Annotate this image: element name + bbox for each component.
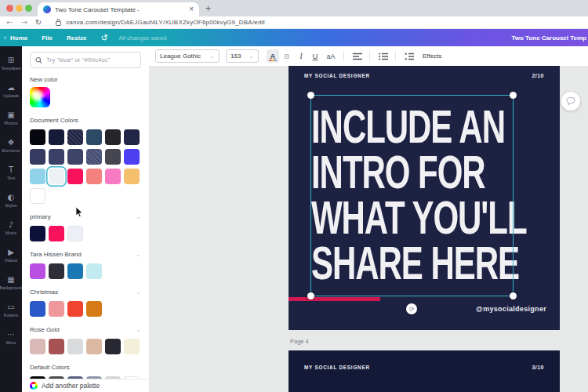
accent-line-element[interactable] — [289, 297, 380, 301]
section-chevron-icon[interactable]: ⌄ — [136, 214, 141, 220]
selection-handle-top-left[interactable] — [307, 92, 314, 99]
section-chevron-icon[interactable]: ⌄ — [136, 252, 141, 258]
color-swatch[interactable] — [30, 188, 45, 204]
new-tab-button[interactable]: + — [205, 3, 211, 14]
sidebar-item-templates[interactable]: ⊞ Templates — [0, 49, 22, 77]
slide-counter[interactable]: 2/10 — [532, 73, 544, 78]
color-swatch[interactable] — [86, 129, 102, 145]
color-swatch[interactable] — [86, 339, 102, 354]
document-title[interactable]: Two Tone Carousel Temp — [511, 34, 586, 42]
browser-tab[interactable]: Two Tone Carousel Template - × — [38, 2, 199, 16]
color-swatch[interactable] — [49, 129, 64, 145]
color-swatch[interactable] — [105, 169, 121, 184]
color-search-input[interactable] — [46, 56, 136, 64]
color-swatch[interactable] — [67, 169, 83, 184]
color-swatch[interactable] — [124, 149, 140, 165]
sidebar-item-text[interactable]: T Text — [0, 159, 22, 187]
selection-handle-bottom-left[interactable] — [307, 292, 314, 299]
brand-text[interactable]: MY SOCIAL DESIGNER — [304, 365, 370, 370]
section-chevron-icon[interactable]: ⌄ — [136, 289, 141, 296]
social-handle-text[interactable]: @mysocialdesigner — [476, 305, 546, 313]
color-swatch[interactable] — [30, 129, 45, 145]
color-swatch[interactable] — [30, 149, 45, 165]
sidebar-item-more[interactable]: ⋯ More — [0, 324, 22, 351]
close-window-button[interactable] — [6, 5, 13, 12]
color-swatch[interactable] — [124, 169, 140, 184]
refresh-icon[interactable]: ↻ — [35, 19, 42, 27]
palette-section: Document Colors — [30, 117, 141, 204]
add-palette-row[interactable]: Add another palette — [22, 379, 149, 392]
zoom-window-button[interactable] — [25, 5, 32, 12]
save-status-text: All changes saved — [119, 34, 167, 42]
url-text[interactable]: canva.com/design/DAEJGauf4LY/XUBXZkyOF6p… — [66, 19, 265, 26]
color-swatch[interactable] — [30, 263, 45, 279]
color-swatch[interactable] — [30, 301, 45, 317]
section-chevron-icon[interactable]: ⌄ — [136, 327, 141, 333]
color-swatch[interactable] — [30, 339, 45, 354]
color-swatch[interactable] — [49, 339, 64, 354]
color-swatch[interactable] — [124, 129, 140, 145]
comment-fab-button[interactable] — [561, 92, 580, 111]
sidebar-item-label: Text — [7, 176, 15, 180]
sidebar-item-background[interactable]: ▦ Background — [0, 269, 22, 296]
sidebar-item-videos[interactable]: ▶ Videos — [0, 241, 22, 269]
color-swatch[interactable] — [67, 129, 83, 145]
color-swatch[interactable] — [67, 263, 83, 279]
sidebar-item-folders[interactable]: ▭ Folders — [0, 296, 22, 324]
color-swatch[interactable] — [67, 339, 83, 354]
rotate-handle-icon[interactable]: ⟳ — [406, 303, 417, 314]
color-swatch[interactable] — [67, 226, 83, 241]
undo-icon[interactable]: ↺ — [100, 33, 107, 43]
color-swatch[interactable] — [124, 339, 140, 354]
font-size-select[interactable]: 163 ⌄ — [226, 49, 259, 63]
slide-counter[interactable]: 3/10 — [532, 365, 544, 370]
color-search-box[interactable] — [30, 52, 141, 68]
selection-handle-top-right[interactable] — [510, 92, 517, 99]
resize-button[interactable]: Resize — [67, 34, 86, 42]
minimize-window-button[interactable] — [16, 5, 23, 12]
color-swatch[interactable] — [30, 226, 45, 241]
color-swatch[interactable] — [67, 301, 83, 317]
sidebar-item-music[interactable]: ♪ Music — [0, 214, 22, 241]
color-swatch[interactable] — [86, 149, 102, 165]
back-icon[interactable]: ← — [6, 19, 13, 27]
effects-button[interactable]: Effects — [423, 53, 441, 60]
selection-box[interactable] — [310, 95, 514, 296]
color-swatch[interactable] — [105, 129, 121, 145]
color-swatch[interactable] — [49, 263, 64, 279]
design-page-current[interactable]: MY SOCIAL DESIGNER 2/10 INCLUDE ANINTRO … — [289, 66, 560, 330]
list-button[interactable] — [376, 49, 390, 63]
color-swatch[interactable] — [105, 339, 121, 354]
sidebar-item-uploads[interactable]: ☁ Uploads — [0, 77, 22, 104]
brand-text[interactable]: MY SOCIAL DESIGNER — [304, 73, 370, 78]
font-family-select[interactable]: League Gothic ⌄ — [155, 49, 220, 63]
sidebar-item-label: Videos — [5, 258, 18, 263]
color-swatch[interactable] — [49, 301, 64, 317]
italic-button[interactable]: I — [295, 49, 307, 63]
file-menu-button[interactable]: File — [42, 34, 53, 42]
new-color-swatch[interactable] — [30, 87, 50, 107]
spacing-button[interactable] — [402, 49, 416, 63]
color-swatch[interactable] — [105, 149, 121, 165]
tab-close-icon[interactable]: × — [189, 5, 194, 13]
color-swatch[interactable] — [67, 149, 83, 165]
sidebar-item-styles[interactable]: ◐ Styles — [0, 187, 22, 214]
color-swatch[interactable] — [86, 301, 102, 317]
selection-handle-bottom-right[interactable] — [510, 292, 517, 299]
color-swatch[interactable] — [49, 169, 64, 184]
forward-icon[interactable]: → — [20, 19, 27, 27]
color-swatch[interactable] — [86, 169, 102, 184]
color-swatch[interactable] — [86, 263, 102, 279]
color-swatch[interactable] — [49, 226, 64, 241]
bold-button[interactable]: B — [281, 49, 293, 63]
color-swatch[interactable] — [49, 149, 64, 165]
home-button[interactable]: Home — [10, 34, 27, 42]
design-page-next[interactable]: MY SOCIAL DESIGNER 3/10 — [289, 350, 560, 392]
text-case-button[interactable]: aA — [323, 49, 339, 63]
sidebar-item-photos[interactable]: ▣ Photos — [0, 104, 22, 132]
text-align-button[interactable] — [350, 49, 365, 63]
color-swatch[interactable] — [30, 169, 45, 184]
sidebar-item-elements[interactable]: ❖ Elements — [0, 132, 22, 159]
text-color-button[interactable]: A — [267, 49, 279, 63]
underline-button[interactable]: U — [309, 49, 321, 63]
